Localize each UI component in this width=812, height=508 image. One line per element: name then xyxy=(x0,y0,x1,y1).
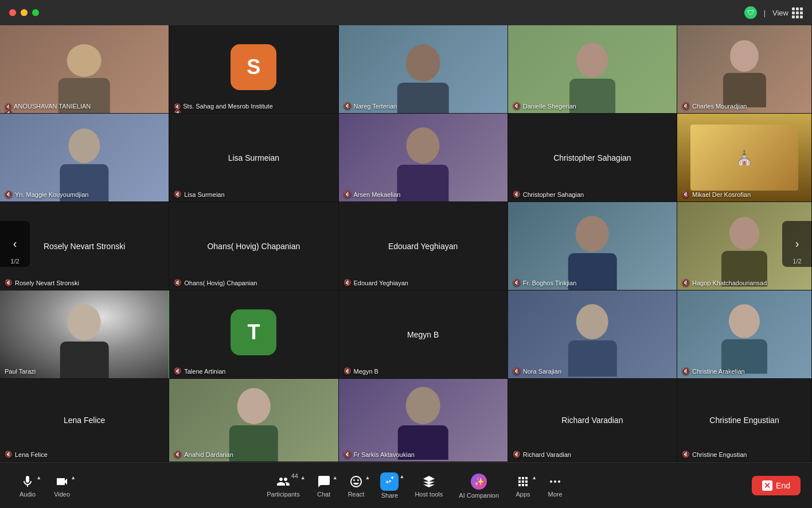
name-label-mikael: 🔇 Mikael Der Kosrofian xyxy=(682,191,751,198)
mute-icon: 🔇 xyxy=(174,451,182,458)
name-label-charles: 🔇 Charles Mouradjian xyxy=(682,102,747,110)
participant-name: Edouard Yeghiayan xyxy=(354,280,408,286)
mute-icon: 🔇 xyxy=(5,103,11,110)
mute-icon: 🔇 xyxy=(682,451,690,458)
svg-point-2 xyxy=(558,480,560,483)
close-button[interactable] xyxy=(9,9,16,16)
video-cell-nora[interactable]: 🔇 Nora Sarajian xyxy=(508,290,677,378)
maximize-button[interactable] xyxy=(32,9,39,16)
page-indicator-left: 1/2 xyxy=(10,258,19,265)
participant-name: Fr Sarkis Aktavoukian xyxy=(354,451,415,458)
name-label-fr-boghos: 🔇 Fr. Boghos Tinkjian xyxy=(513,279,577,286)
share-caret-icon[interactable]: ▲ xyxy=(399,474,404,479)
name-label-nora: 🔇 Nora Sarajian xyxy=(513,367,561,375)
more-label: More xyxy=(548,491,563,498)
chat-caret-icon[interactable]: ▲ xyxy=(333,475,338,480)
participants-button[interactable]: 44 Participants ▲ xyxy=(259,470,307,501)
prev-page-button[interactable]: ‹ 1/2 xyxy=(0,221,30,267)
svg-point-0 xyxy=(550,480,552,483)
video-cell-ohans[interactable]: Ohans( Hovig) Chapanian 🔇 Ohans( Hovig) … xyxy=(169,202,338,290)
video-cell-charles[interactable]: 🔇 Charles Mouradjian xyxy=(677,25,812,113)
participant-name: Danielle Shegerian xyxy=(523,103,576,110)
video-cell-lisa[interactable]: Lisa Surmeian 🔇 Lisa Surmeian xyxy=(169,114,338,201)
name-label-anoushavan: 🔇 ANOUSHAVAN TANIELIAN xyxy=(5,103,91,110)
video-cell-megyn[interactable]: Megyn B 🔇 Megyn B xyxy=(339,290,508,378)
react-button[interactable]: React ▲ xyxy=(340,470,373,501)
more-button[interactable]: More xyxy=(539,470,571,501)
video-cell-anahid[interactable]: 🔇 Anahid Dardarian xyxy=(169,379,338,462)
react-caret-icon[interactable]: ▲ xyxy=(365,475,370,480)
end-button[interactable]: ✕ End xyxy=(752,476,801,495)
ai-companion-label: AI Companion xyxy=(459,492,499,499)
video-cell-fr-boghos[interactable]: 🔇 Fr. Boghos Tinkjian xyxy=(508,202,677,290)
video-cell-arsen[interactable]: 🔇 Arsen Mekaelian xyxy=(339,114,508,201)
video-caret-icon[interactable]: ▲ xyxy=(71,475,76,480)
mute-icon: 🔇 xyxy=(513,367,521,375)
video-cell-nareg[interactable]: 🔇 Nareg Terterian xyxy=(339,25,508,113)
video-cell-talene[interactable]: T 🔇 Talene Artinian xyxy=(169,290,338,378)
video-cell-mikael[interactable]: ⛪ 🔇 Mikael Der Kosrofian xyxy=(677,114,812,201)
mute-icon: 🔇 xyxy=(5,451,13,458)
avatar-letter: S xyxy=(231,44,276,90)
video-cell-christine-a[interactable]: 🔇 Christine Arakelian xyxy=(677,290,812,378)
video-cell-maggie[interactable]: 🔇 Yn. Maggie Kouyoumdjian xyxy=(0,114,169,201)
participant-name: Yn. Maggie Kouyoumdjian xyxy=(15,191,88,198)
video-cell-christopher[interactable]: Christopher Sahagian 🔇 Christopher Sahag… xyxy=(508,114,677,201)
video-button[interactable]: Video ▲ xyxy=(46,470,78,501)
name-label-megyn: 🔇 Megyn B xyxy=(343,367,378,375)
video-cell-christine-e[interactable]: Christine Engustian 🔇 Christine Engustia… xyxy=(677,379,812,462)
name-label-rosely: 🔇 Rosely Nevart Stronski xyxy=(5,279,79,286)
apps-button[interactable]: Apps ▲ xyxy=(507,470,539,501)
video-cell-lena[interactable]: Lena Felice 🔇 Lena Felice xyxy=(0,379,169,462)
video-cell-fr-sarkis[interactable]: 🔇 Fr Sarkis Aktavoukian xyxy=(339,379,508,462)
video-cell-anoushavan[interactable]: 🔇 ANOUSHAVAN TANIELIAN xyxy=(0,25,169,113)
mute-icon: 🔇 xyxy=(174,279,182,286)
avatar-letter-talene: T xyxy=(231,309,276,355)
display-name-christopher: Christopher Sahagian xyxy=(549,153,635,162)
title-bar-right: 🛡 | View xyxy=(744,6,803,19)
chat-button[interactable]: Chat ▲ xyxy=(308,470,340,501)
display-name-christine-e: Christine Engustian xyxy=(705,416,783,425)
video-cell-edouard[interactable]: Edouard Yeghiayan 🔇 Edouard Yeghiayan xyxy=(339,202,508,290)
video-icon xyxy=(54,474,70,490)
video-cell-danielle[interactable]: 🔇 Danielle Shegerian xyxy=(508,25,677,113)
left-arrow-icon: ‹ xyxy=(13,237,17,250)
participant-name: Talene Artinian xyxy=(184,368,225,375)
participant-name: Arsen Mekaelian xyxy=(354,191,401,198)
audio-button[interactable]: Audio ▲ xyxy=(11,470,44,501)
next-page-button[interactable]: › 1/2 xyxy=(782,221,812,267)
mute-icon: 🔇 xyxy=(174,191,182,198)
display-name-ohans: Ohans( Hovig) Chapanian xyxy=(202,242,304,251)
participant-name: Nora Sarajian xyxy=(523,368,561,375)
name-label-ohans: 🔇 Ohans( Hovig) Chapanian xyxy=(174,279,257,286)
view-button[interactable]: View xyxy=(772,7,803,18)
name-label-richard: 🔇 Richard Varadian xyxy=(513,451,571,458)
toolbar-left: Audio ▲ Video ▲ xyxy=(11,470,78,501)
ai-companion-button[interactable]: ✨ AI Companion xyxy=(451,469,507,502)
mute-icon: 🔇 xyxy=(174,367,182,375)
video-cell-sts-sahag[interactable]: S 🔇 Sts. Sahag and Mesrob Institute xyxy=(169,25,338,113)
audio-caret-icon[interactable]: ▲ xyxy=(36,475,41,480)
participant-name: Anahid Dardarian xyxy=(184,451,233,458)
name-label-talene: 🔇 Talene Artinian xyxy=(174,367,225,375)
video-cell-richard[interactable]: Richard Varadian 🔇 Richard Varadian xyxy=(508,379,677,462)
participants-caret-icon[interactable]: ▲ xyxy=(300,475,306,480)
apps-caret-icon[interactable]: ▲ xyxy=(532,475,537,480)
minimize-button[interactable] xyxy=(21,9,28,16)
window-controls xyxy=(9,9,39,16)
react-label: React xyxy=(348,491,365,498)
mute-icon: 🔇 xyxy=(343,191,352,198)
video-row-2: Rosely Nevart Stronski 🔇 Rosely Nevart S… xyxy=(0,202,812,290)
participant-name: Ohans( Hovig) Chapanian xyxy=(184,280,257,286)
mute-icon: 🔇 xyxy=(513,279,521,286)
share-button[interactable]: Share ▲ xyxy=(372,469,407,502)
video-cell-paul[interactable]: Paul Tarazi xyxy=(0,290,169,378)
toolbar: Audio ▲ Video ▲ 44 P xyxy=(0,462,812,508)
mute-icon: 🔇 xyxy=(682,367,690,375)
participant-name: Lisa Surmeian xyxy=(184,191,224,198)
participants-count: 44 xyxy=(291,472,298,479)
host-tools-button[interactable]: Host tools xyxy=(407,470,451,501)
name-label-lena: 🔇 Lena Felice xyxy=(5,451,48,458)
display-name-lena: Lena Felice xyxy=(59,416,110,425)
video-row-4: Lena Felice 🔇 Lena Felice 🔇 Anahid xyxy=(0,379,812,462)
